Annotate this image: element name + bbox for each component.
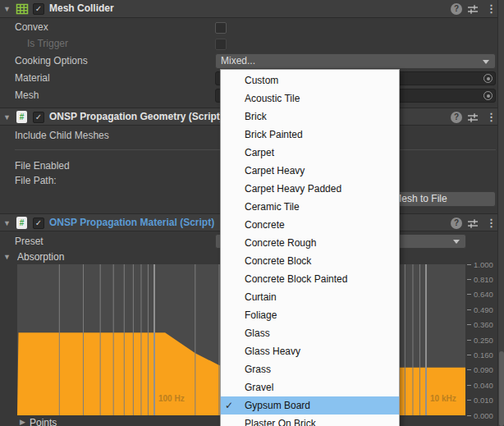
component-enabled-checkbox[interactable]: ✓	[33, 218, 44, 229]
presets-icon[interactable]	[467, 4, 479, 14]
y-axis-tick: 0.160	[467, 348, 498, 361]
absorption-foldout-arrow-icon[interactable]: ▼	[3, 254, 11, 261]
dropdown-menu-item[interactable]: Brick Painted	[221, 126, 399, 144]
object-picker-icon[interactable]	[483, 74, 493, 83]
dropdown-item-label: Carpet	[245, 147, 274, 158]
dropdown-menu-item[interactable]: Ceramic Tile	[221, 198, 399, 216]
unity-inspector: ▼ ✓ Mesh Collider ? ⋮ Convex Is Trigger …	[0, 0, 504, 426]
dropdown-menu-item[interactable]: Concrete Rough	[221, 234, 399, 252]
dropdown-item-label: Brick Painted	[245, 129, 303, 140]
preset-dropdown-popup: Custom Acoustic Tile Brick Brick Painted…	[220, 69, 400, 426]
chevron-down-icon	[453, 240, 460, 244]
component-enabled-checkbox[interactable]: ✓	[33, 112, 44, 123]
presets-icon[interactable]	[467, 218, 479, 228]
help-icon[interactable]: ?	[451, 3, 462, 15]
dropdown-item-label: Brick	[245, 111, 267, 122]
dropdown-menu-item[interactable]: Carpet Heavy Padded	[221, 180, 399, 198]
vertical-scrollbar[interactable]	[497, 0, 504, 426]
foldout-arrow-icon[interactable]: ▼	[3, 220, 11, 227]
dropdown-menu-item[interactable]: Concrete Block	[221, 252, 399, 270]
mesh-collider-header[interactable]: ▼ ✓ Mesh Collider ? ⋮	[0, 0, 497, 18]
component-title: Mesh Collider	[49, 0, 114, 17]
help-icon[interactable]: ?	[451, 218, 462, 229]
dropdown-item-label: Carpet Heavy Padded	[245, 183, 341, 195]
dropdown-item-label: Custom	[245, 75, 278, 86]
mesh-label: Mesh	[15, 89, 39, 101]
kebab-menu-icon[interactable]: ⋮	[486, 3, 497, 15]
dropdown-item-label: Plaster On Brick	[245, 418, 316, 426]
include-child-meshes-label: Include Child Meshes	[15, 130, 109, 141]
y-axis-tick: 0.250	[467, 333, 498, 346]
convex-checkbox[interactable]	[215, 22, 227, 34]
scrollbar-thumb[interactable]	[499, 351, 504, 426]
dropdown-item-label: Concrete Block Painted	[245, 273, 347, 285]
absorption-label: Absorption	[17, 251, 64, 263]
dropdown-menu-item[interactable]: Concrete	[221, 216, 399, 234]
dropdown-menu-item[interactable]: Gravel	[221, 378, 399, 396]
dropdown-item-label: Concrete Rough	[245, 237, 316, 249]
preset-label: Preset	[15, 236, 44, 247]
points-foldout-arrow-icon[interactable]: ▶	[20, 419, 25, 426]
dropdown-item-label: Foliage	[245, 309, 277, 321]
kebab-menu-icon[interactable]: ⋮	[486, 218, 497, 229]
file-enabled-label: File Enabled	[15, 160, 70, 172]
dropdown-item-label: Gypsum Board	[245, 400, 310, 411]
dropdown-menu-item[interactable]: Curtain	[221, 288, 399, 306]
dropdown-item-label: Glass	[245, 328, 270, 339]
svg-text:10 kHz: 10 kHz	[430, 394, 456, 403]
help-icon[interactable]: ?	[451, 112, 462, 123]
is-trigger-label: Is Trigger	[27, 38, 68, 49]
dropdown-item-label: Curtain	[245, 291, 277, 303]
dropdown-menu-item[interactable]: Plaster On Brick	[221, 415, 399, 426]
dropdown-item-label: Gravel	[245, 382, 273, 393]
y-axis-tick: 0.640	[467, 288, 498, 301]
dropdown-item-label: Carpet Heavy	[245, 165, 305, 176]
cooking-options-dropdown[interactable]: Mixed...	[215, 53, 496, 69]
dropdown-item-label: Grass	[245, 364, 271, 375]
convex-label: Convex	[15, 21, 48, 33]
script-icon: #	[16, 217, 27, 229]
dropdown-menu-item[interactable]: Custom	[221, 71, 399, 89]
foldout-arrow-icon[interactable]: ▼	[3, 114, 11, 121]
component-title: ONSP Propagation Geometry (Script)	[49, 108, 223, 126]
y-axis-tick: 0.010	[467, 394, 498, 407]
y-axis-tick: 0.810	[467, 273, 498, 286]
dropdown-item-label: Concrete	[245, 219, 285, 231]
material-label: Material	[15, 72, 50, 84]
dropdown-item-label: Concrete Block	[245, 255, 311, 267]
dropdown-menu-item[interactable]: Glass Heavy	[221, 342, 399, 360]
presets-icon[interactable]	[467, 112, 479, 122]
dropdown-menu-item[interactable]: Carpet Heavy	[221, 162, 399, 180]
dropdown-menu-item[interactable]: Brick	[221, 108, 399, 126]
points-label: Points	[30, 417, 57, 426]
y-axis-tick: 0.490	[467, 303, 498, 316]
dropdown-menu-item[interactable]: Concrete Block Painted	[221, 270, 399, 288]
dropdown-menu-item[interactable]: Acoustic Tile	[221, 89, 399, 108]
component-title: ONSP Propagation Material (Script)	[49, 214, 214, 231]
dropdown-menu-item[interactable]: Carpet	[221, 144, 399, 162]
mesh-collider-icon	[16, 2, 29, 16]
dropdown-item-label: Acoustic Tile	[245, 93, 300, 104]
foldout-arrow-icon[interactable]: ▼	[3, 6, 11, 13]
y-axis-tick: 0.040	[467, 378, 498, 392]
dropdown-menu-item[interactable]: Foliage	[221, 306, 399, 324]
object-picker-icon[interactable]	[483, 91, 493, 100]
y-axis-tick: 0.090	[467, 364, 498, 377]
y-axis-tick: 1.000	[467, 258, 498, 271]
dropdown-item-label: Ceramic Tile	[245, 201, 300, 213]
chevron-down-icon	[483, 60, 489, 64]
dropdown-menu-item[interactable]: ✓ Gypsum Board	[221, 396, 399, 415]
script-icon: #	[16, 111, 27, 123]
dropdown-menu-item[interactable]: Glass	[221, 324, 399, 342]
y-axis-tick: 0.360	[467, 318, 498, 332]
dropdown-menu-item[interactable]: Grass	[221, 360, 399, 378]
dropdown-item-label: Glass Heavy	[245, 346, 300, 357]
cooking-options-label: Cooking Options	[15, 55, 88, 66]
kebab-menu-icon[interactable]: ⋮	[486, 112, 497, 123]
component-enabled-checkbox[interactable]: ✓	[33, 3, 44, 15]
file-path-label: File Path:	[15, 175, 57, 186]
cooking-options-value: Mixed...	[221, 54, 255, 68]
checkmark-icon: ✓	[225, 396, 241, 415]
y-axis-tick: 0.000	[467, 409, 498, 422]
is-trigger-checkbox	[215, 39, 227, 50]
